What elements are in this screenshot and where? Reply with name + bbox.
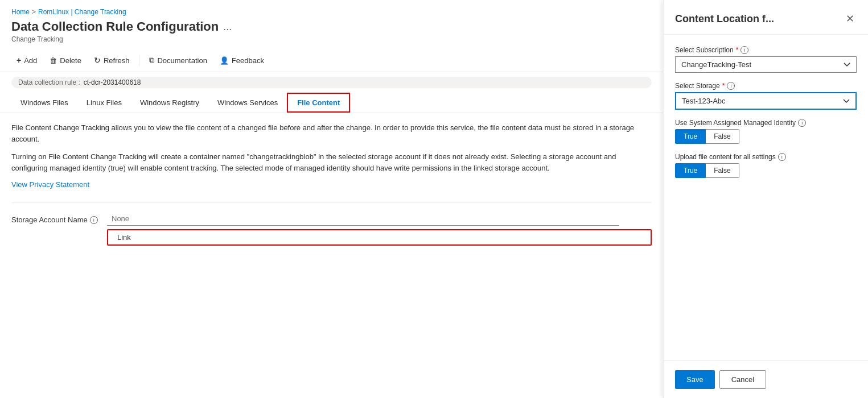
tabs-row: Windows Files Linux Files Windows Regist… (0, 93, 663, 113)
tab-windows-registry[interactable]: Windows Registry (131, 94, 208, 113)
storage-dropdown[interactable]: Test-123-Abc (675, 92, 857, 110)
breadcrumb-romlinux[interactable]: RomLinux | Change Tracking (38, 8, 126, 16)
subscription-field-group: Select Subscription * i ChangeTracking-T… (675, 46, 857, 73)
more-options-icon[interactable]: ... (223, 21, 232, 33)
dcr-badge-value: ct-dcr-2031400618 (84, 78, 141, 86)
breadcrumb-sep1: > (32, 8, 36, 16)
link-button[interactable]: Link (107, 229, 652, 246)
upload-toggle: True False (675, 163, 857, 178)
breadcrumb: Home > RomLinux | Change Tracking (0, 0, 663, 18)
storage-required: * (722, 82, 725, 90)
add-button[interactable]: Add (11, 52, 42, 68)
storage-input-area: Link (107, 212, 652, 246)
managed-identity-label: Use System Assigned Managed Identity i (675, 119, 857, 127)
managed-identity-false-button[interactable]: False (706, 129, 739, 144)
close-button[interactable]: ✕ (844, 10, 857, 27)
tab-windows-files[interactable]: Windows Files (11, 94, 77, 113)
feedback-label: Feedback (232, 56, 264, 65)
page-subtitle: Change Tracking (0, 35, 663, 49)
add-label: Add (24, 56, 37, 65)
managed-identity-true-button[interactable]: True (675, 129, 706, 144)
upload-field-group: Upload file content for all settings i T… (675, 153, 857, 178)
storage-label: Storage Account Name i (11, 215, 102, 224)
storage-section: Storage Account Name i Link (11, 202, 652, 246)
toolbar: Add Delete Refresh Documentation Feedbac… (0, 49, 663, 72)
subscription-label: Select Subscription * i (675, 46, 857, 54)
right-panel-title: Content Location f... (675, 13, 774, 25)
delete-button[interactable]: Delete (44, 53, 87, 68)
upload-false-button[interactable]: False (706, 163, 739, 178)
subscription-label-text: Select Subscription (675, 46, 734, 54)
feedback-icon (220, 56, 229, 65)
managed-identity-info-icon: i (798, 119, 806, 127)
refresh-label: Refresh (104, 56, 130, 65)
documentation-button[interactable]: Documentation (144, 52, 212, 68)
right-panel-body: Select Subscription * i ChangeTracking-T… (664, 35, 868, 360)
managed-identity-label-text: Use System Assigned Managed Identity (675, 119, 796, 127)
right-panel: Content Location f... ✕ Select Subscript… (663, 0, 868, 398)
link-button-label: Link (117, 233, 131, 242)
tab-windows-services[interactable]: Windows Services (208, 94, 287, 113)
description-text-2: Turning on File Content Change Tracking … (11, 151, 652, 173)
upload-true-button[interactable]: True (675, 163, 706, 178)
breadcrumb-home[interactable]: Home (11, 8, 30, 16)
delete-label: Delete (60, 56, 81, 65)
save-button[interactable]: Save (675, 370, 715, 389)
refresh-button[interactable]: Refresh (89, 52, 135, 68)
upload-label: Upload file content for all settings i (675, 153, 857, 161)
refresh-icon (94, 56, 101, 65)
storage-select-info-icon: i (727, 82, 735, 90)
storage-label-text: Storage Account Name (11, 215, 88, 224)
trash-icon (50, 56, 57, 65)
managed-identity-toggle: True False (675, 129, 857, 144)
upload-info-icon: i (778, 153, 786, 161)
upload-label-text: Upload file content for all settings (675, 153, 776, 161)
cancel-button[interactable]: Cancel (719, 370, 766, 389)
storage-select-label-text: Select Storage (675, 82, 720, 90)
storage-field-group: Select Storage * i Test-123-Abc (675, 82, 857, 110)
documentation-label: Documentation (157, 56, 207, 65)
add-icon (17, 56, 21, 65)
tab-file-content[interactable]: File Content (287, 93, 350, 113)
tab-linux-files[interactable]: Linux Files (77, 94, 131, 113)
right-panel-header: Content Location f... ✕ (664, 0, 868, 35)
toolbar-separator (139, 55, 139, 66)
dcr-badge-label: Data collection rule : (18, 78, 80, 86)
docs-icon (149, 56, 154, 65)
storage-select-label: Select Storage * i (675, 82, 857, 90)
page-title-row: Data Collection Rule Configuration ... (0, 18, 663, 35)
feedback-button[interactable]: Feedback (215, 53, 269, 68)
subscription-dropdown[interactable]: ChangeTracking-Test (675, 56, 857, 73)
page-title: Data Collection Rule Configuration (11, 19, 219, 34)
privacy-link[interactable]: View Privacy Statement (11, 180, 89, 189)
subscription-info-icon: i (741, 46, 748, 54)
right-panel-footer: Save Cancel (664, 360, 868, 398)
storage-account-input[interactable] (107, 212, 619, 226)
subscription-required: * (736, 46, 739, 54)
content-area: File Content Change Tracking allows you … (0, 113, 663, 398)
storage-info-icon: i (90, 216, 98, 224)
description-text-1: File Content Change Tracking allows you … (11, 122, 652, 144)
managed-identity-field-group: Use System Assigned Managed Identity i T… (675, 119, 857, 144)
dcr-badge: Data collection rule : ct-dcr-2031400618 (11, 77, 652, 88)
